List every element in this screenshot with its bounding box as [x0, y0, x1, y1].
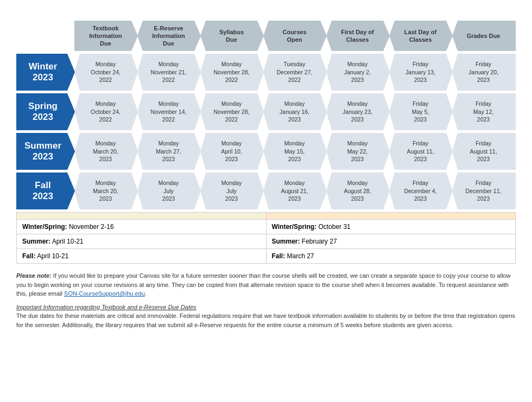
- header-textbook: TextbookInformationDue: [74, 21, 138, 51]
- data-cell: MondayAugust 21,2023: [263, 173, 327, 209]
- data-cell: MondayAugust 28,2023: [326, 173, 390, 209]
- timeline-row: Fall2023MondayMarch 20,2023MondayJuly202…: [16, 173, 516, 209]
- important-note: Important Information regarding Textbook…: [16, 303, 516, 330]
- header-courses: CoursesOpen: [263, 21, 327, 51]
- timeline-row: Winter2023MondayOctober 24,2022MondayNov…: [16, 54, 516, 91]
- email-link[interactable]: SON-CourseSupport@jhu.edu: [64, 290, 145, 297]
- term-label: Summer2023: [16, 133, 75, 170]
- note-section: Please note: If you would like to prepar…: [16, 271, 516, 329]
- data-cell: MondayJuly2023: [137, 173, 201, 209]
- header-blank: [16, 21, 75, 51]
- reg-row: Summer: April 10-21Summer: February 27: [17, 234, 516, 249]
- data-cell: FridayMay 12,2023: [452, 93, 516, 130]
- reg-right-cell: Fall: March 27: [266, 249, 516, 264]
- timeline-row: Spring2023MondayOctober 24,2022MondayNov…: [16, 93, 516, 130]
- reg-right-cell: Winter/Spring: October 31: [266, 220, 516, 234]
- data-cell: MondayMarch 27,2023: [137, 133, 201, 170]
- data-cell: MondayJanuary 23,2023: [326, 93, 390, 130]
- data-cell: FridayAugust 11,2023: [389, 133, 453, 170]
- header-syllabus: SyllabusDue: [200, 21, 264, 51]
- reg-row: Fall: April 10-21Fall: March 27: [17, 249, 516, 264]
- header-lastday: Last Day ofClasses: [389, 21, 453, 51]
- please-note: Please note: If you would like to prepar…: [16, 271, 516, 298]
- data-cell: MondayNovember 28,2022: [200, 93, 264, 130]
- reg-left-cell: Fall: April 10-21: [17, 249, 267, 264]
- term-label: Winter2023: [16, 54, 75, 91]
- important-title: Important Information regarding Textbook…: [16, 304, 197, 310]
- timeline-rows: Winter2023MondayOctober 24,2022MondayNov…: [16, 54, 516, 209]
- data-cell: FridayDecember 11,2023: [452, 173, 516, 209]
- data-cell: FridayAugust 11,2023: [452, 133, 516, 170]
- header-ereserve: E-ReserveInformationDue: [137, 21, 201, 51]
- reg-left-cell: Summer: April 10-21: [17, 234, 267, 249]
- term-label: Fall2023: [16, 173, 75, 209]
- timeline-header: TextbookInformationDue E-ReserveInformat…: [16, 21, 516, 51]
- reg-left-header: [17, 213, 267, 220]
- data-cell: MondayOctober 24,2022: [74, 54, 138, 91]
- data-cell: TuesdayDecember 27,2022: [263, 54, 327, 91]
- reg-left-cell: Winter/Spring: November 2-16: [17, 220, 267, 234]
- data-cell: MondayJuly2023: [200, 173, 264, 209]
- data-cell: MondayMay 22,2023: [326, 133, 390, 170]
- header-grades: Grades Due: [452, 21, 516, 51]
- term-label: Spring2023: [16, 93, 75, 130]
- data-cell: MondayJanuary 2,2023: [326, 54, 390, 91]
- data-cell: MondayMarch 20,2023: [74, 173, 138, 209]
- data-cell: MondayNovember 28,2022: [200, 54, 264, 91]
- data-cell: MondayMarch 20,2023: [74, 133, 138, 170]
- data-cell: MondayOctober 24,2022: [74, 93, 138, 130]
- header-firstday: First Day ofClasses: [326, 21, 390, 51]
- data-cell: FridayJanuary 20,2023: [452, 54, 516, 91]
- data-cell: MondayMay 15,2023: [263, 133, 327, 170]
- timeline-row: Summer2023MondayMarch 20,2023MondayMarch…: [16, 133, 516, 170]
- data-cell: FridayDecember 4,2023: [389, 173, 453, 209]
- data-cell: FridayJanuary 13,2023: [389, 54, 453, 91]
- data-cell: MondayApril 10,2023: [200, 133, 264, 170]
- data-cell: MondayJanuary 16,2023: [263, 93, 327, 130]
- reg-right-cell: Summer: February 27: [266, 234, 516, 249]
- reg-row: Winter/Spring: November 2-16Winter/Sprin…: [17, 220, 516, 234]
- registration-table: Winter/Spring: November 2-16Winter/Sprin…: [16, 212, 516, 264]
- data-cell: FridayMay 5,2023: [389, 93, 453, 130]
- data-cell: MondayNovember 21,2022: [137, 54, 201, 91]
- reg-right-header: [266, 213, 516, 220]
- data-cell: MondayNovember 14, 2022: [137, 93, 201, 130]
